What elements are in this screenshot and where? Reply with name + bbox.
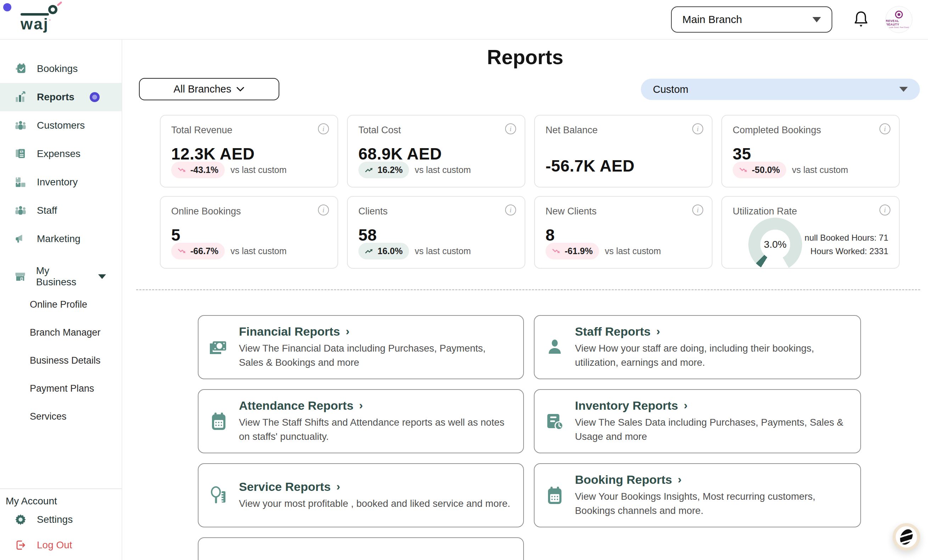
compare-label: vs last custom <box>230 246 286 256</box>
calendar-check-icon <box>14 63 27 75</box>
sidebar-item-reports[interactable]: Reports <box>0 83 122 111</box>
notification-bell-icon[interactable] <box>853 10 869 29</box>
sidebar-subitem-payment-plans[interactable]: Payment Plans <box>0 375 122 403</box>
sidebar-subitem-label: Payment Plans <box>30 383 94 394</box>
info-icon[interactable]: i <box>318 204 329 215</box>
compare-label: vs last custom <box>415 246 471 256</box>
report-card-title-row: Attendance Reports› <box>239 399 513 412</box>
calendar-icon <box>544 485 566 505</box>
trend-down-icon <box>552 248 562 254</box>
info-icon[interactable]: i <box>505 204 516 215</box>
account-section-header: My Account <box>0 496 122 507</box>
chevron-right-icon: › <box>359 399 363 412</box>
sidebar-item-expenses[interactable]: $ Expenses <box>0 140 122 168</box>
report-card-title-row: Financial Reports› <box>239 325 513 339</box>
kpi-value: 68.9K AED <box>359 144 514 163</box>
sidebar-item-marketing[interactable]: Marketing <box>0 225 122 253</box>
info-icon[interactable]: i <box>879 124 890 134</box>
kpi-value: 8 <box>545 226 701 244</box>
sidebar-item-label: My Business <box>36 265 89 288</box>
sidebar-subitem-services[interactable]: Services <box>0 403 122 430</box>
chevron-down-icon <box>812 17 821 22</box>
report-card-description: View The Financial Data including Purcha… <box>239 341 513 370</box>
report-card-staff[interactable]: Staff Reports› View How your staff are d… <box>534 315 861 379</box>
info-icon[interactable]: i <box>879 204 890 215</box>
kpi-value: 5 <box>171 226 327 244</box>
kpi-title: New Clients <box>545 206 701 217</box>
date-range-select[interactable]: Custom <box>641 79 920 100</box>
sidebar-item-label: Settings <box>37 514 73 525</box>
sidebar-subitem-branch-manager[interactable]: Branch Manager <box>0 319 122 346</box>
sidebar-subitem-business-details[interactable]: Business Details <box>0 346 122 375</box>
sidebar-item-inventory[interactable]: Inventory <box>0 168 122 196</box>
avatar-brand-subtext: Look Good, Feel Good <box>889 26 909 28</box>
report-card-financial[interactable]: Financial Reports› View The Financial Da… <box>198 315 524 379</box>
report-card-survey[interactable]: Survey Reviews› <box>198 537 524 560</box>
dashed-divider <box>136 289 920 290</box>
trend-badge: -50.0% <box>733 162 786 178</box>
kpi-card-utilization-rate: Utilization Rate i 3.0% null Booked Hour… <box>721 196 900 269</box>
receipt-icon: $ <box>14 148 27 160</box>
kpi-title: Clients <box>359 206 514 217</box>
report-card-booking[interactable]: Booking Reports› View Your Bookings Insi… <box>534 463 861 527</box>
report-card-attendance[interactable]: Attendance Reports› View The Staff Shift… <box>198 389 524 453</box>
sidebar-item-label: Bookings <box>37 63 78 75</box>
trend-down-icon <box>178 248 188 254</box>
kpi-card-total-cost: Total Cost i 68.9K AED 16.2% vs last cus… <box>347 115 525 188</box>
sidebar-item-bookings[interactable]: Bookings <box>0 55 122 83</box>
compare-label: vs last custom <box>230 165 286 175</box>
report-card-title-row: Inventory Reports› <box>575 399 850 412</box>
info-icon[interactable]: i <box>505 124 516 134</box>
sidebar-item-label: Customers <box>37 120 85 131</box>
logout-icon <box>14 539 27 551</box>
person-icon <box>544 338 566 357</box>
boxes-icon <box>14 176 27 189</box>
all-branches-filter-button[interactable]: All Branches <box>139 78 279 100</box>
info-icon[interactable]: i <box>318 124 329 134</box>
trend-down-icon <box>739 167 749 173</box>
report-card-description: View How your staff are doing, including… <box>575 341 850 370</box>
kpi-value: 58 <box>359 226 514 244</box>
kpi-card-online-bookings: Online Bookings i 5 -66.7% vs last custo… <box>160 196 338 269</box>
all-branches-label: All Branches <box>174 83 232 95</box>
support-fab-button[interactable] <box>893 523 920 551</box>
sidebar-item-label: Marketing <box>37 233 81 244</box>
report-card-service[interactable]: Service Reports› View your most profitab… <box>198 463 524 527</box>
kpi-title: Total Revenue <box>171 125 327 136</box>
logo-arabic-mark <box>21 7 63 16</box>
branch-selector[interactable]: Main Branch <box>671 6 832 33</box>
report-card-inventory[interactable]: Inventory Reports› View The Sales Data i… <box>534 389 861 453</box>
sidebar-subitem-label: Branch Manager <box>30 327 101 338</box>
main-content: Reports All Branches Custom Total Revenu… <box>122 45 928 560</box>
avatar[interactable]: REVEAL BEAUTY Look Good, Feel Good <box>885 6 913 33</box>
trend-down-icon <box>178 167 188 173</box>
kpi-card-total-revenue: Total Revenue i 12.3K AED -43.1% vs last… <box>160 115 338 188</box>
account-section: My Account Settings Log Out <box>0 488 122 560</box>
chevron-down-icon <box>98 274 106 279</box>
kpi-grid: Total Revenue i 12.3K AED -43.1% vs last… <box>160 115 900 269</box>
calendar-icon <box>208 412 230 431</box>
sidebar-item-settings[interactable]: Settings <box>0 507 122 533</box>
report-card-title-row: Service Reports› <box>239 480 510 494</box>
sidebar-item-staff[interactable]: Staff <box>0 196 122 225</box>
trend-badge: -66.7% <box>171 243 225 259</box>
app-logo: waj· <box>21 7 63 32</box>
sidebar-subitem-online-profile[interactable]: Online Profile <box>0 291 122 319</box>
report-card-title-row: Staff Reports› <box>575 325 850 339</box>
kpi-title: Utilization Rate <box>733 206 888 217</box>
kpi-card-net-balance: Net Balance i -56.7K AED <box>534 115 713 188</box>
storefront-icon <box>14 270 27 283</box>
sidebar-item-customers[interactable]: Customers <box>0 111 122 140</box>
info-icon[interactable]: i <box>692 124 703 134</box>
report-card-description: View The Sales Data including Purchases,… <box>575 415 850 444</box>
kpi-card-new-clients: New Clients i 8 -61.9% vs last custom <box>534 196 713 269</box>
sidebar-item-label: Log Out <box>37 539 72 551</box>
info-icon[interactable]: i <box>692 204 703 215</box>
sidebar-item-logout[interactable]: Log Out <box>0 533 122 558</box>
sidebar-item-my-business[interactable]: My Business <box>0 262 122 291</box>
chevron-right-icon: › <box>336 480 340 493</box>
topbar: waj· Main Branch REVEAL BEAUTY Look Good… <box>0 0 928 40</box>
people-group-icon <box>14 119 27 132</box>
kpi-value: -56.7K AED <box>545 156 701 175</box>
trend-badge: -61.9% <box>545 243 599 259</box>
